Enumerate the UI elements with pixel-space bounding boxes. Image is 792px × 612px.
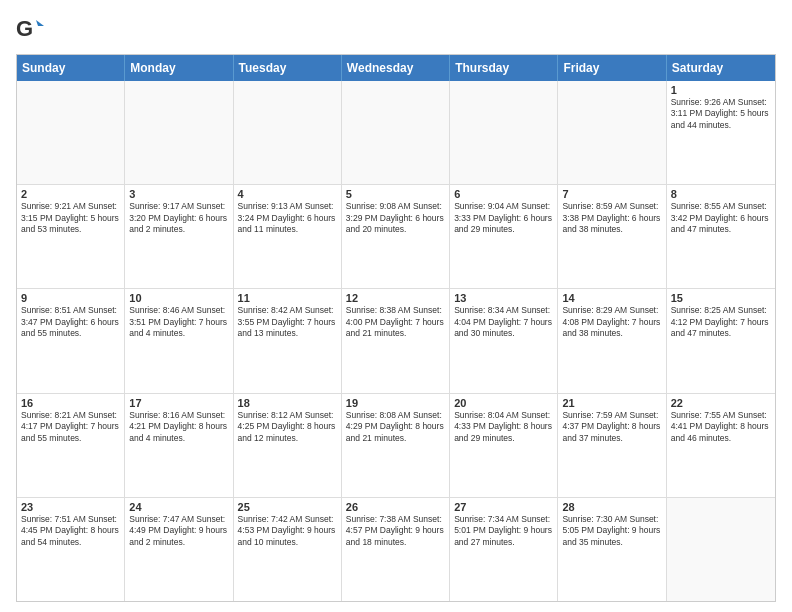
calendar-cell [342, 81, 450, 184]
logo-icon: G [16, 16, 44, 44]
day-info: Sunrise: 8:46 AM Sunset: 3:51 PM Dayligh… [129, 305, 228, 339]
day-number: 3 [129, 188, 228, 200]
day-number: 16 [21, 397, 120, 409]
calendar-cell: 25Sunrise: 7:42 AM Sunset: 4:53 PM Dayli… [234, 498, 342, 601]
calendar-cell [234, 81, 342, 184]
day-number: 28 [562, 501, 661, 513]
calendar-cell: 10Sunrise: 8:46 AM Sunset: 3:51 PM Dayli… [125, 289, 233, 392]
day-number: 10 [129, 292, 228, 304]
calendar-cell: 21Sunrise: 7:59 AM Sunset: 4:37 PM Dayli… [558, 394, 666, 497]
day-info: Sunrise: 8:34 AM Sunset: 4:04 PM Dayligh… [454, 305, 553, 339]
day-number: 9 [21, 292, 120, 304]
day-number: 12 [346, 292, 445, 304]
day-info: Sunrise: 8:42 AM Sunset: 3:55 PM Dayligh… [238, 305, 337, 339]
day-number: 27 [454, 501, 553, 513]
day-number: 6 [454, 188, 553, 200]
calendar-cell: 15Sunrise: 8:25 AM Sunset: 4:12 PM Dayli… [667, 289, 775, 392]
calendar-cell: 14Sunrise: 8:29 AM Sunset: 4:08 PM Dayli… [558, 289, 666, 392]
day-number: 23 [21, 501, 120, 513]
calendar-cell: 3Sunrise: 9:17 AM Sunset: 3:20 PM Daylig… [125, 185, 233, 288]
day-info: Sunrise: 8:21 AM Sunset: 4:17 PM Dayligh… [21, 410, 120, 444]
day-info: Sunrise: 9:13 AM Sunset: 3:24 PM Dayligh… [238, 201, 337, 235]
day-info: Sunrise: 8:59 AM Sunset: 3:38 PM Dayligh… [562, 201, 661, 235]
calendar-row: 9Sunrise: 8:51 AM Sunset: 3:47 PM Daylig… [17, 289, 775, 393]
day-number: 5 [346, 188, 445, 200]
weekday-header: Friday [558, 55, 666, 81]
calendar-cell: 8Sunrise: 8:55 AM Sunset: 3:42 PM Daylig… [667, 185, 775, 288]
logo: G [16, 16, 48, 44]
day-number: 26 [346, 501, 445, 513]
day-number: 2 [21, 188, 120, 200]
svg-marker-1 [36, 20, 44, 26]
day-info: Sunrise: 9:08 AM Sunset: 3:29 PM Dayligh… [346, 201, 445, 235]
day-number: 8 [671, 188, 771, 200]
day-info: Sunrise: 8:29 AM Sunset: 4:08 PM Dayligh… [562, 305, 661, 339]
day-info: Sunrise: 8:04 AM Sunset: 4:33 PM Dayligh… [454, 410, 553, 444]
day-number: 17 [129, 397, 228, 409]
day-info: Sunrise: 7:30 AM Sunset: 5:05 PM Dayligh… [562, 514, 661, 548]
calendar-row: 23Sunrise: 7:51 AM Sunset: 4:45 PM Dayli… [17, 498, 775, 601]
page-header: G [16, 16, 776, 44]
day-info: Sunrise: 7:47 AM Sunset: 4:49 PM Dayligh… [129, 514, 228, 548]
weekday-header: Saturday [667, 55, 775, 81]
calendar-cell: 5Sunrise: 9:08 AM Sunset: 3:29 PM Daylig… [342, 185, 450, 288]
day-number: 7 [562, 188, 661, 200]
calendar-cell: 22Sunrise: 7:55 AM Sunset: 4:41 PM Dayli… [667, 394, 775, 497]
day-info: Sunrise: 9:21 AM Sunset: 3:15 PM Dayligh… [21, 201, 120, 235]
day-number: 4 [238, 188, 337, 200]
day-info: Sunrise: 7:51 AM Sunset: 4:45 PM Dayligh… [21, 514, 120, 548]
day-number: 14 [562, 292, 661, 304]
day-info: Sunrise: 7:42 AM Sunset: 4:53 PM Dayligh… [238, 514, 337, 548]
day-info: Sunrise: 7:34 AM Sunset: 5:01 PM Dayligh… [454, 514, 553, 548]
day-number: 18 [238, 397, 337, 409]
day-number: 13 [454, 292, 553, 304]
day-info: Sunrise: 7:55 AM Sunset: 4:41 PM Dayligh… [671, 410, 771, 444]
day-info: Sunrise: 8:38 AM Sunset: 4:00 PM Dayligh… [346, 305, 445, 339]
calendar-cell: 26Sunrise: 7:38 AM Sunset: 4:57 PM Dayli… [342, 498, 450, 601]
calendar-cell: 4Sunrise: 9:13 AM Sunset: 3:24 PM Daylig… [234, 185, 342, 288]
calendar-header: SundayMondayTuesdayWednesdayThursdayFrid… [17, 55, 775, 81]
calendar-cell: 16Sunrise: 8:21 AM Sunset: 4:17 PM Dayli… [17, 394, 125, 497]
weekday-header: Thursday [450, 55, 558, 81]
day-info: Sunrise: 7:38 AM Sunset: 4:57 PM Dayligh… [346, 514, 445, 548]
calendar-cell: 20Sunrise: 8:04 AM Sunset: 4:33 PM Dayli… [450, 394, 558, 497]
calendar-cell [667, 498, 775, 601]
day-number: 20 [454, 397, 553, 409]
calendar-cell: 7Sunrise: 8:59 AM Sunset: 3:38 PM Daylig… [558, 185, 666, 288]
calendar-cell: 6Sunrise: 9:04 AM Sunset: 3:33 PM Daylig… [450, 185, 558, 288]
day-info: Sunrise: 8:25 AM Sunset: 4:12 PM Dayligh… [671, 305, 771, 339]
calendar-cell: 18Sunrise: 8:12 AM Sunset: 4:25 PM Dayli… [234, 394, 342, 497]
weekday-header: Wednesday [342, 55, 450, 81]
calendar-cell [125, 81, 233, 184]
calendar-body: 1Sunrise: 9:26 AM Sunset: 3:11 PM Daylig… [17, 81, 775, 601]
calendar-cell [558, 81, 666, 184]
calendar-cell: 2Sunrise: 9:21 AM Sunset: 3:15 PM Daylig… [17, 185, 125, 288]
calendar: SundayMondayTuesdayWednesdayThursdayFrid… [16, 54, 776, 602]
calendar-row: 16Sunrise: 8:21 AM Sunset: 4:17 PM Dayli… [17, 394, 775, 498]
calendar-cell: 9Sunrise: 8:51 AM Sunset: 3:47 PM Daylig… [17, 289, 125, 392]
day-number: 21 [562, 397, 661, 409]
calendar-row: 1Sunrise: 9:26 AM Sunset: 3:11 PM Daylig… [17, 81, 775, 185]
day-number: 22 [671, 397, 771, 409]
calendar-cell: 17Sunrise: 8:16 AM Sunset: 4:21 PM Dayli… [125, 394, 233, 497]
calendar-cell: 12Sunrise: 8:38 AM Sunset: 4:00 PM Dayli… [342, 289, 450, 392]
day-number: 24 [129, 501, 228, 513]
day-info: Sunrise: 8:16 AM Sunset: 4:21 PM Dayligh… [129, 410, 228, 444]
weekday-header: Sunday [17, 55, 125, 81]
day-info: Sunrise: 9:26 AM Sunset: 3:11 PM Dayligh… [671, 97, 771, 131]
day-info: Sunrise: 8:08 AM Sunset: 4:29 PM Dayligh… [346, 410, 445, 444]
weekday-header: Tuesday [234, 55, 342, 81]
calendar-cell: 28Sunrise: 7:30 AM Sunset: 5:05 PM Dayli… [558, 498, 666, 601]
calendar-cell [17, 81, 125, 184]
day-info: Sunrise: 9:17 AM Sunset: 3:20 PM Dayligh… [129, 201, 228, 235]
day-number: 19 [346, 397, 445, 409]
day-info: Sunrise: 8:51 AM Sunset: 3:47 PM Dayligh… [21, 305, 120, 339]
day-info: Sunrise: 7:59 AM Sunset: 4:37 PM Dayligh… [562, 410, 661, 444]
calendar-cell: 23Sunrise: 7:51 AM Sunset: 4:45 PM Dayli… [17, 498, 125, 601]
calendar-cell: 11Sunrise: 8:42 AM Sunset: 3:55 PM Dayli… [234, 289, 342, 392]
day-info: Sunrise: 9:04 AM Sunset: 3:33 PM Dayligh… [454, 201, 553, 235]
day-info: Sunrise: 8:55 AM Sunset: 3:42 PM Dayligh… [671, 201, 771, 235]
svg-text:G: G [16, 16, 33, 41]
day-number: 25 [238, 501, 337, 513]
day-number: 1 [671, 84, 771, 96]
